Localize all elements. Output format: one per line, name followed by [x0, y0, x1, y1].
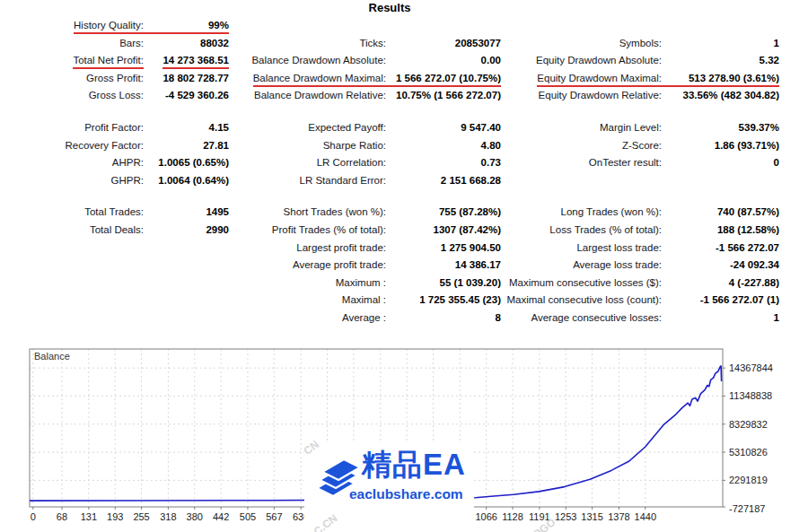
stat-label: GHPR: [0, 174, 144, 187]
stat-row: Maximal :1 725 355.45 (23)Maximal consec… [0, 293, 779, 311]
stat-label: Sharpe Ratio: [238, 139, 386, 152]
stat-label: Loss Trades (% of total): [510, 223, 662, 236]
stat-value: 1307 (87.42%) [386, 223, 501, 236]
stat-value: 740 (87.57%) [662, 205, 779, 218]
stat-value: -24 092.34 [662, 258, 779, 271]
chart-legend-label: Balance [34, 351, 70, 362]
stat-label: Average profit trade: [238, 258, 386, 271]
stat-value: 1.0064 (0.64%) [144, 174, 229, 187]
stat-label: Balance Drawdown Relative: [238, 89, 386, 101]
stat-value: 4 (-227.88) [662, 276, 779, 289]
stat-label: Equity Drawdown Relative: [510, 89, 662, 101]
stat-row: AHPR:1.0065 (0.65%)LR Correlation:0.73On… [0, 156, 779, 174]
stat-value: 33.56% (482 304.82) [662, 89, 779, 101]
stat-label: Bars: [0, 37, 144, 49]
stat-label: Short Trades (won %): [238, 205, 386, 218]
stat-label: Recovery Factor: [0, 139, 144, 152]
y-axis-label: 11348838 [729, 390, 772, 401]
stat-label: Symbols: [510, 37, 662, 49]
x-axis-label: 318 [160, 511, 176, 522]
x-axis-label: 380 [187, 511, 203, 522]
stat-row: Total Net Profit:14 273 368.51Balance Dr… [0, 54, 779, 72]
page-title: Results [0, 1, 779, 14]
stat-value: 1 [662, 311, 779, 324]
stat-value: 10.75% (1 566 272.07) [386, 89, 501, 101]
stat-label: History Quality: [0, 19, 144, 34]
x-axis-label: 193 [107, 511, 123, 522]
stat-label: Z-Score: [510, 139, 662, 152]
x-axis-label: 567 [266, 511, 282, 522]
stat-value: 1 566 272.07 (10.75%) [386, 72, 501, 87]
stat-value: 99% [144, 19, 229, 34]
y-axis-label: 8329832 [729, 419, 768, 430]
x-axis-label: 1378 [608, 511, 629, 522]
stat-label: Balance Drawdown Absolute: [238, 54, 386, 66]
stat-row: GHPR:1.0064 (0.64%)LR Standard Error:2 1… [0, 174, 779, 192]
stat-label: Average : [238, 311, 386, 324]
x-axis-label: 0 [31, 511, 36, 522]
stats-block: Profit Factor:4.15Expected Payoff:9 547.… [0, 121, 779, 191]
stat-label: LR Correlation: [238, 156, 386, 169]
y-axis-label: 2291819 [729, 475, 768, 485]
x-axis-label: 505 [240, 511, 256, 522]
stat-label: Gross Profit: [0, 72, 144, 84]
stat-value: 2 151 668.28 [386, 174, 501, 187]
stat-row: Profit Factor:4.15Expected Payoff:9 547.… [0, 121, 779, 139]
stat-row: Total Deals:2990Profit Trades (% of tota… [0, 223, 779, 241]
stat-label: Maximal : [238, 293, 386, 306]
watermark-brand-text: 精品EA [362, 445, 466, 484]
stat-label: OnTester result: [510, 156, 662, 169]
stat-value: 5.32 [662, 54, 779, 66]
stat-value: 14 386.17 [386, 258, 501, 271]
stat-value: 0.73 [386, 156, 501, 169]
stat-label: Expected Payoff: [238, 121, 386, 134]
stat-value: 513 278.90 (3.61%) [662, 72, 779, 87]
stat-label: Profit Factor: [0, 121, 144, 134]
stat-value: -4 529 360.26 [144, 89, 229, 101]
stat-label: Total Net Profit: [0, 54, 144, 69]
x-axis-label: 1315 [581, 511, 602, 522]
stat-label: Largest profit trade: [238, 241, 386, 254]
x-axis-label: 68 [57, 511, 67, 522]
watermark: 精品EA eaclubshare.com [304, 443, 474, 530]
y-axis-label: 14367844 [729, 362, 773, 373]
stat-row: Bars:88032Ticks:20853077Symbols:1 [0, 37, 779, 55]
stat-value: 1.86 (93.71%) [662, 139, 779, 152]
stat-value: 1.0065 (0.65%) [144, 156, 229, 169]
stat-value: 0.00 [386, 54, 501, 66]
x-axis-label: 1440 [635, 511, 656, 522]
stat-row: Gross Loss:-4 529 360.26Balance Drawdown… [0, 89, 779, 107]
stat-row: Largest profit trade:1 275 904.50Largest… [0, 241, 779, 259]
stat-label: AHPR: [0, 156, 144, 169]
stat-value: 1 275 904.50 [386, 241, 501, 254]
stat-label: Largest loss trade: [510, 241, 662, 254]
x-axis-label: 131 [81, 511, 97, 522]
stat-row: Average :8Average consecutive losses:1 [0, 311, 779, 329]
stat-value: -1 566 272.07 (1) [662, 293, 779, 306]
stat-label: Average consecutive losses: [510, 311, 662, 324]
stat-value: 9 547.40 [386, 121, 501, 134]
stat-value: 14 273 368.51 [144, 54, 229, 69]
stat-value: -1 566 272.07 [662, 241, 779, 254]
stat-label: LR Standard Error: [238, 174, 386, 187]
x-axis-label: 1066 [475, 511, 496, 522]
x-axis-label: 442 [213, 511, 229, 522]
stat-value: 27.81 [144, 139, 229, 152]
stat-value: 188 (12.58%) [662, 223, 779, 236]
stat-value: 55 (1 039.20) [386, 276, 501, 289]
backtest-results-page: Results History Quality:99%Bars:88032Tic… [0, 0, 808, 532]
stat-value: 755 (87.28%) [386, 205, 501, 218]
stat-label: Total Trades: [0, 205, 144, 218]
stat-value: 4.15 [144, 121, 229, 134]
stat-row: Total Trades:1495Short Trades (won %):75… [0, 205, 779, 223]
y-axis-label: 5310826 [729, 447, 768, 458]
y-axis-label: -727187 [729, 503, 765, 514]
stat-label: Average loss trade: [510, 258, 662, 271]
stat-value: 20853077 [386, 37, 501, 49]
stat-value: 8 [386, 311, 501, 324]
stat-value: 1495 [144, 205, 229, 218]
stat-label: Profit Trades (% of total): [238, 223, 386, 236]
stat-row: History Quality:99% [0, 19, 779, 37]
stat-row: Gross Profit:18 802 728.77Balance Drawdo… [0, 72, 779, 90]
stat-label: Total Deals: [0, 223, 144, 236]
